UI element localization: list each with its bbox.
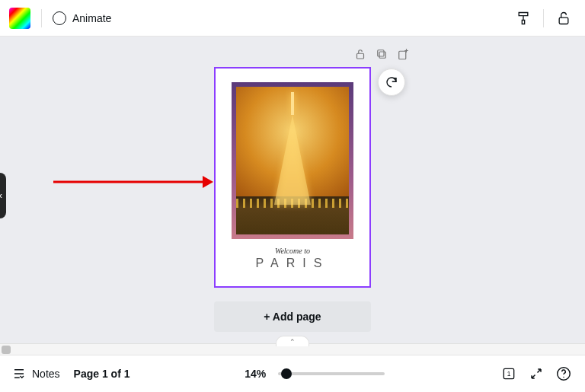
fullscreen-button[interactable] <box>527 365 545 383</box>
photo-frame[interactable] <box>232 82 353 239</box>
notes-button[interactable]: Notes <box>12 367 60 381</box>
grid-icon: 1 <box>501 366 516 381</box>
bottom-center-group: 14% <box>245 368 385 380</box>
zoom-slider[interactable] <box>278 372 385 375</box>
canvas-area: Welcome to PARIS + Add page ⌃ <box>0 37 585 355</box>
notes-label: Notes <box>32 368 60 380</box>
top-toolbar: Animate <box>0 0 585 37</box>
notes-icon <box>12 367 26 381</box>
toolbar-right-group <box>511 6 576 30</box>
svg-rect-3 <box>378 50 384 56</box>
eiffel-tower-photo[interactable] <box>236 87 349 234</box>
animate-label: Animate <box>72 12 111 24</box>
zoom-slider-knob[interactable] <box>281 368 292 379</box>
brush-icon <box>516 11 531 26</box>
bottom-right-group: 1 <box>500 365 573 383</box>
horizontal-scrollbar[interactable]: ⌃ <box>0 343 585 355</box>
svg-rect-1 <box>357 53 364 59</box>
page-indicator[interactable]: Page 1 of 1 <box>74 368 130 380</box>
help-icon <box>555 365 572 382</box>
page-lock-icon[interactable] <box>353 47 367 61</box>
duplicate-page-icon[interactable] <box>375 47 388 61</box>
annotation-arrow <box>53 171 213 193</box>
svg-rect-0 <box>559 18 568 24</box>
caption-city[interactable]: PARIS <box>256 257 330 270</box>
svg-text:1: 1 <box>507 370 511 378</box>
animate-icon <box>53 11 66 25</box>
animate-button[interactable]: Animate <box>53 11 111 25</box>
svg-rect-2 <box>379 52 385 58</box>
color-picker[interactable] <box>9 8 30 29</box>
toolbar-left-group: Animate <box>9 8 111 29</box>
lock-button[interactable] <box>551 6 576 30</box>
style-brush-button[interactable] <box>511 6 535 30</box>
regenerate-button[interactable] <box>378 69 405 96</box>
page-wrapper: Welcome to PARIS <box>214 67 371 288</box>
page-controls <box>353 47 410 61</box>
unlock-icon <box>556 11 571 26</box>
help-button[interactable] <box>555 365 573 383</box>
add-page-button[interactable]: + Add page <box>214 301 371 332</box>
expand-icon <box>529 367 543 381</box>
svg-rect-4 <box>399 51 406 59</box>
bottom-left-group: Notes Page 1 of 1 <box>12 367 130 381</box>
scrollbar-thumb[interactable] <box>2 346 11 354</box>
divider <box>543 9 544 27</box>
new-page-icon[interactable] <box>396 47 410 61</box>
refresh-icon <box>385 75 398 89</box>
add-page-label: + Add page <box>264 311 321 323</box>
bottom-bar: Notes Page 1 of 1 14% 1 <box>0 355 585 392</box>
svg-marker-6 <box>203 176 213 188</box>
zoom-percent[interactable]: 14% <box>245 368 266 380</box>
sidebar-collapse-handle[interactable] <box>0 173 6 218</box>
svg-point-10 <box>563 377 564 378</box>
caption-welcome[interactable]: Welcome to <box>275 247 310 255</box>
divider <box>41 9 42 27</box>
timeline-expand-handle[interactable]: ⌃ <box>276 336 309 346</box>
design-page[interactable]: Welcome to PARIS <box>214 67 371 288</box>
grid-view-button[interactable]: 1 <box>500 365 518 383</box>
